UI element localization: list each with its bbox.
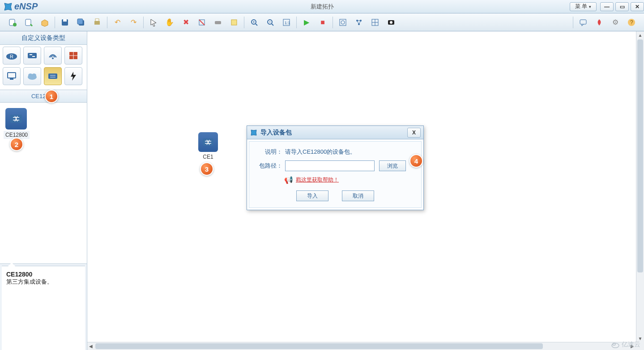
pan-icon[interactable]: ✋ (163, 16, 176, 29)
sidebar: 自定义设备类型 R CE12800 1 (0, 31, 87, 350)
app-name: eNSP (14, 1, 38, 12)
svg-point-23 (341, 21, 345, 24)
new-topology-icon[interactable] (6, 16, 19, 29)
callout-3: 3 (200, 162, 213, 176)
description-title: CE12800 (6, 271, 81, 278)
device-palette: R (0, 45, 87, 90)
svg-rect-12 (231, 20, 237, 25)
svg-point-38 (52, 57, 54, 59)
package-path-input[interactable] (285, 160, 375, 171)
save-icon[interactable] (58, 16, 72, 29)
canvas[interactable]: CE1 3 导入设备包 X 说明： 请导入CE12800的设备包。 (87, 31, 644, 350)
megaphone-icon: 📢 (284, 176, 293, 184)
delete-icon[interactable]: ✖ (179, 16, 192, 29)
svg-rect-47 (48, 73, 57, 79)
device-item-icon (5, 108, 27, 130)
save-all-icon[interactable] (74, 16, 88, 29)
lightning-icon[interactable] (64, 67, 82, 85)
dialog-body: 说明： 请导入CE12800的设备包。 包路径： 浏览 📢 戳这里获取帮助！ 导… (249, 141, 422, 208)
play-icon[interactable]: ▶ (300, 16, 313, 29)
topology-icon[interactable] (352, 16, 366, 29)
scroll-up-icon[interactable]: ▲ (636, 31, 644, 39)
browse-button[interactable]: 浏览 (379, 160, 406, 171)
svg-point-31 (390, 21, 392, 24)
zoom-in-icon[interactable] (247, 16, 261, 29)
settings-icon[interactable]: ⚙ (609, 16, 622, 29)
huawei-icon[interactable] (593, 16, 606, 29)
import-button[interactable]: 导入 (296, 190, 328, 201)
vertical-scrollbar[interactable]: ▲ ▼ (636, 31, 644, 342)
dialog-close-button[interactable]: X (407, 128, 421, 138)
pc-icon[interactable] (3, 67, 21, 85)
vscroll-thumb[interactable] (637, 39, 643, 272)
erase-icon[interactable] (195, 16, 209, 29)
cancel-button[interactable]: 取消 (342, 190, 374, 201)
undo-icon[interactable]: ↶ (111, 16, 124, 29)
svg-text:R: R (10, 54, 13, 59)
cloud-watermark-icon (611, 340, 620, 349)
dialog-title: 导入设备包 (260, 129, 292, 137)
wlan-icon[interactable] (44, 47, 62, 65)
stop-icon[interactable]: ■ (316, 16, 329, 29)
note-icon[interactable] (227, 16, 241, 29)
dialog-path-label: 包路径： (257, 162, 282, 170)
titlebar: eNSP 新建拓扑 菜 单▾ — ▭ ✕ (0, 0, 644, 13)
minimize-button[interactable]: — (600, 2, 614, 11)
help-icon[interactable]: ? (625, 16, 638, 29)
package-icon[interactable] (38, 16, 51, 29)
svg-line-10 (199, 20, 205, 25)
watermark: 亿速云 (611, 340, 640, 349)
firewall-icon[interactable] (64, 47, 82, 65)
close-button[interactable]: ✕ (631, 2, 644, 11)
help-link[interactable]: 戳这里获取帮助！ (296, 176, 339, 184)
router-icon[interactable]: R (3, 47, 21, 65)
svg-rect-4 (63, 19, 67, 22)
switch-icon[interactable] (23, 47, 41, 65)
switch-node-icon (198, 132, 218, 152)
toolbar-left: ↶ ↷ ✋ ✖ 1:1 ▶ ■ (4, 16, 399, 29)
dialog-desc-text: 请导入CE12800的设备包。 (285, 148, 356, 156)
inspect-icon[interactable] (336, 16, 350, 29)
svg-point-1 (13, 23, 17, 26)
message-icon[interactable] (576, 16, 590, 29)
svg-point-46 (32, 73, 36, 77)
toolbar-right: ⚙ ? (571, 16, 640, 29)
hscroll-thumb[interactable] (95, 343, 543, 349)
svg-rect-42 (8, 73, 16, 78)
svg-rect-32 (580, 20, 586, 24)
redo-icon[interactable]: ↷ (127, 16, 140, 29)
horizontal-scrollbar[interactable]: ◀ ▶ (87, 342, 636, 350)
fit-icon[interactable]: 1:1 (280, 16, 293, 29)
chevron-down-icon: ▾ (589, 4, 591, 9)
callout-4: 4 (409, 154, 423, 168)
svg-rect-7 (94, 21, 100, 25)
open-icon[interactable] (22, 16, 35, 29)
dialog-titlebar[interactable]: 导入设备包 X (247, 126, 423, 139)
description-text: 第三方集成设备。 (6, 278, 81, 286)
custom-device-icon[interactable] (44, 67, 62, 85)
window-title: 新建拓扑 (311, 3, 334, 11)
pointer-icon[interactable] (147, 16, 160, 29)
category-header: CE12800 1 (0, 90, 87, 103)
svg-line-14 (256, 24, 257, 26)
device-item[interactable]: CE12800 (3, 108, 84, 139)
canvas-node-ce1[interactable]: CE1 (198, 132, 218, 160)
main: 自定义设备类型 R CE12800 1 (0, 31, 644, 350)
app-logo: eNSP (0, 1, 41, 12)
callout-1: 1 (45, 90, 58, 103)
cloud-icon[interactable] (23, 67, 41, 85)
window-controls: 菜 单▾ — ▭ ✕ (570, 2, 644, 11)
scroll-left-icon[interactable]: ◀ (87, 342, 94, 350)
svg-rect-43 (10, 78, 13, 80)
maximize-button[interactable]: ▭ (615, 2, 629, 11)
svg-rect-37 (28, 53, 37, 58)
grid-icon[interactable] (368, 16, 382, 29)
text-icon[interactable] (211, 16, 225, 29)
snapshot-icon[interactable] (384, 16, 398, 29)
svg-rect-11 (215, 21, 221, 24)
zoom-out-icon[interactable] (264, 16, 277, 29)
print-icon[interactable] (90, 16, 104, 29)
menu-button[interactable]: 菜 单▾ (570, 2, 597, 11)
svg-line-18 (272, 24, 273, 26)
svg-rect-6 (77, 19, 83, 24)
